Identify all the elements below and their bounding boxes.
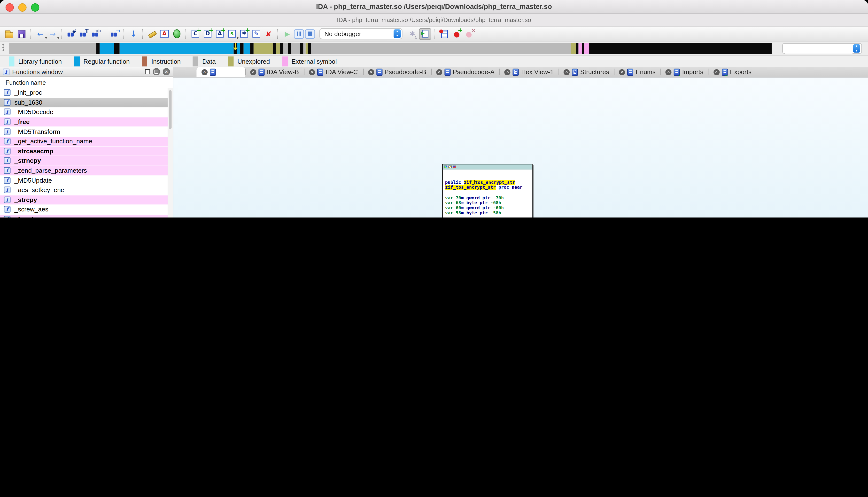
close-tab-icon[interactable]: ✕ xyxy=(713,69,719,75)
navband-segment xyxy=(244,43,250,54)
close-tab-icon[interactable]: ✕ xyxy=(250,69,256,75)
close-tab-icon[interactable]: ✕ xyxy=(619,69,625,75)
block-edit-icon[interactable] xyxy=(448,165,452,168)
function-name: _MD5Update xyxy=(14,177,52,184)
block-colors-icon[interactable] xyxy=(444,165,447,168)
close-tab-icon[interactable]: ✕ xyxy=(368,69,374,75)
function-icon xyxy=(4,109,11,115)
tab-pseudocode-a[interactable]: ✕Pseudocode-A xyxy=(431,67,500,77)
functions-window-header: f Functions window ✕ xyxy=(0,67,173,77)
breakpoint-list-icon[interactable] xyxy=(439,29,450,39)
legend-item: Unexplored xyxy=(228,56,270,66)
function-row[interactable]: _aes_setkey_enc xyxy=(0,186,173,195)
close-tab-icon[interactable]: ✕ xyxy=(309,69,315,75)
debugger-stop-icon[interactable] xyxy=(305,29,315,39)
graph-view-canvas[interactable]: public zif_tos_encrypt_strzif_tos_encryp… xyxy=(173,77,868,217)
nav-back-icon[interactable] xyxy=(35,29,46,39)
enum-view-tab-icon xyxy=(627,68,634,75)
function-row[interactable]: _screw_aes xyxy=(0,205,173,215)
search-values-icon[interactable] xyxy=(90,29,101,39)
navband-segment xyxy=(584,43,589,54)
tab-ida-view-b[interactable]: ✕IDA View-B xyxy=(245,67,304,77)
undefine-icon[interactable] xyxy=(263,29,274,39)
navband-segment xyxy=(120,43,234,54)
toolbar-separator xyxy=(277,29,279,39)
basic-block-entry[interactable]: public zif_tos_encrypt_strzif_tos_encryp… xyxy=(442,164,532,217)
debugger-attach-icon[interactable] xyxy=(407,29,418,39)
debugger-select-stepper-icon[interactable]: ▲▼ xyxy=(394,29,401,38)
ida-view-tab-icon xyxy=(210,68,216,75)
function-row[interactable]: _strncpy xyxy=(0,156,173,166)
tab-imports[interactable]: ✕Imports xyxy=(660,67,708,77)
search-binary-icon[interactable] xyxy=(66,29,77,39)
tab-structures[interactable]: ✕Structures xyxy=(558,67,614,77)
make-name-icon[interactable] xyxy=(214,29,226,39)
navband-scroll-arrows-icon[interactable]: ◆◆◆ xyxy=(2,43,6,54)
tab-exports[interactable]: ✕Exports xyxy=(708,67,757,77)
function-row[interactable]: _strcasecmp xyxy=(0,146,173,156)
close-tab-icon[interactable]: ✕ xyxy=(564,69,570,75)
panel-restore-icon[interactable] xyxy=(145,69,150,74)
panel-float-icon[interactable] xyxy=(153,68,160,75)
run-script-icon[interactable] xyxy=(171,29,182,39)
navband-segment xyxy=(96,43,100,54)
debugger-select[interactable]: No debugger ▲▼ xyxy=(319,28,402,40)
function-icon xyxy=(4,89,11,96)
edit-function-icon[interactable] xyxy=(251,29,262,39)
panel-close-icon[interactable]: ✕ xyxy=(163,68,170,75)
navigation-band[interactable] xyxy=(9,43,772,54)
open-file-icon[interactable] xyxy=(4,29,15,39)
function-row[interactable]: _fread xyxy=(0,215,173,217)
function-row[interactable]: _MD5Decode xyxy=(0,108,173,117)
search-next-icon[interactable] xyxy=(109,29,120,39)
function-row[interactable]: sub_1630 xyxy=(0,98,173,108)
search-text-icon[interactable] xyxy=(78,29,89,39)
navband-segment xyxy=(250,43,254,54)
function-row[interactable]: _MD5Update xyxy=(0,175,173,185)
close-tab-icon[interactable]: ✕ xyxy=(201,69,208,75)
navband-segment xyxy=(280,43,284,54)
function-row[interactable]: _MD5Transform xyxy=(0,127,173,137)
functions-window: f Functions window ✕ Function name _init… xyxy=(0,67,173,217)
tab-current-view[interactable]: ✕ xyxy=(196,67,245,77)
tab-pseudocode-b[interactable]: ✕Pseudocode-B xyxy=(363,67,431,77)
tab-hex-view-1[interactable]: ✕Hex View-1 xyxy=(500,67,559,77)
titlebar: IDA - php_terra_master.so /Users/peiqi/D… xyxy=(0,0,868,14)
function-row[interactable]: _strcpy xyxy=(0,195,173,205)
nav-forward-icon[interactable] xyxy=(47,29,58,39)
functions-vertical-scrollbar[interactable] xyxy=(168,88,173,217)
close-tab-icon[interactable]: ✕ xyxy=(666,69,672,75)
close-tab-icon[interactable]: ✕ xyxy=(436,69,442,75)
navband-segment xyxy=(276,43,280,54)
reanalyze-icon[interactable] xyxy=(159,29,170,39)
function-row[interactable]: _init_proc xyxy=(0,88,173,98)
scrollbar-thumb[interactable] xyxy=(169,90,171,129)
flashlight-icon[interactable] xyxy=(147,29,158,39)
make-data-icon[interactable] xyxy=(202,29,213,39)
debugger-start-icon[interactable] xyxy=(282,29,293,39)
tab-ida-view-c[interactable]: ✕IDA View-C xyxy=(304,67,363,77)
block-xrefs-icon[interactable] xyxy=(453,165,456,168)
asm-token: var_70 xyxy=(445,195,461,200)
function-name-column-header[interactable]: Function name xyxy=(0,77,173,89)
make-code-icon[interactable] xyxy=(190,29,201,39)
make-struct-icon[interactable] xyxy=(239,29,250,39)
navband-segment xyxy=(576,43,578,54)
debugger-pause-icon[interactable] xyxy=(294,29,304,39)
tab-label: Imports xyxy=(682,69,703,75)
save-icon[interactable] xyxy=(16,29,27,39)
function-row[interactable]: _free xyxy=(0,117,173,127)
close-tab-icon[interactable]: ✕ xyxy=(504,69,511,75)
quick-search-stepper-icon[interactable]: ▲▼ xyxy=(853,44,860,53)
breakpoint-delete-icon[interactable] xyxy=(463,29,474,39)
breakpoint-add-icon[interactable] xyxy=(451,29,463,39)
make-string-icon[interactable] xyxy=(226,29,238,39)
quick-search-input[interactable] xyxy=(785,44,853,54)
function-icon xyxy=(4,99,11,105)
asm-line: zif_tos_encrypt_str proc near xyxy=(445,185,530,190)
debugger-continue-icon[interactable] xyxy=(419,28,431,40)
jump-down-icon[interactable] xyxy=(128,29,139,39)
function-row[interactable]: _zend_parse_parameters xyxy=(0,166,173,175)
tab-enums[interactable]: ✕Enums xyxy=(614,67,661,77)
function-row[interactable]: _get_active_function_name xyxy=(0,137,173,146)
